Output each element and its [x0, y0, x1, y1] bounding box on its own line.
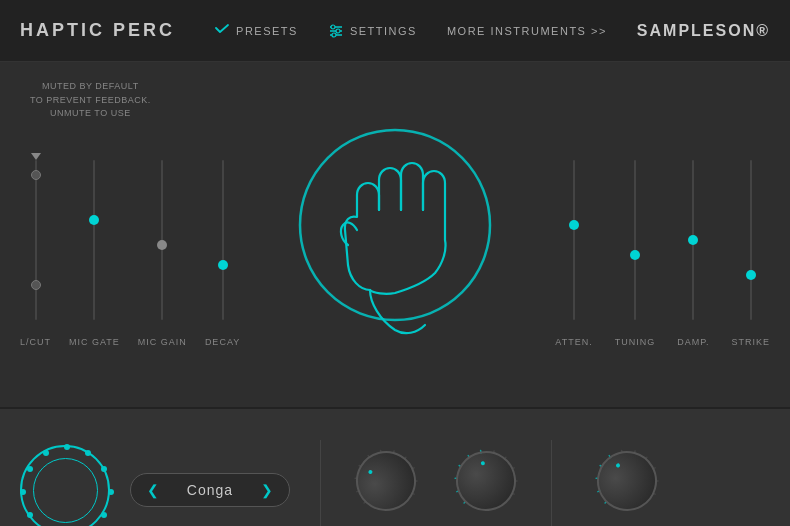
svg-point-4 — [336, 29, 340, 33]
app-title: HAPTIC PERC — [20, 20, 175, 41]
outgain-knob-group: OUT GAIN — [592, 446, 662, 526]
instrument-name: Conga — [169, 482, 251, 498]
svg-point-9 — [101, 466, 107, 472]
micgain-slider-group: MIC GAIN — [138, 155, 187, 347]
brand-logo: SAMPLESON® — [637, 22, 770, 40]
presets-nav-item[interactable]: PRESETS — [214, 24, 298, 38]
knobs-section: AMBIENT — [351, 446, 521, 526]
hand-svg — [285, 115, 505, 355]
width-knob-dot — [481, 461, 486, 466]
tuning-slider-group: TUNING — [615, 155, 656, 347]
svg-point-16 — [20, 489, 26, 495]
main-area: MUTED BY DEFAULT TO PREVENT FEEDBACK. UN… — [0, 62, 790, 407]
lcut-slider-group: L/CUT — [20, 155, 51, 347]
settings-icon — [328, 24, 344, 38]
muted-line1: MUTED BY DEFAULT — [42, 81, 139, 91]
decay-slider-group: DECAY — [205, 155, 240, 347]
outgain-knob-dot — [615, 463, 620, 468]
strike-slider[interactable] — [744, 155, 758, 325]
muted-line2: TO PREVENT FEEDBACK. — [30, 95, 151, 105]
micgain-label: MIC GAIN — [138, 337, 187, 347]
tuning-slider[interactable] — [628, 155, 642, 325]
svg-point-7 — [64, 444, 70, 450]
svg-point-3 — [331, 25, 335, 29]
more-instruments-label: MORE INSTRUMENTS >> — [447, 25, 607, 37]
divider-1 — [320, 440, 321, 526]
bottom-panel: ❮ Conga ❯ — [0, 407, 790, 526]
sliders-right: ATTEN. TUNING DAMP. — [540, 112, 770, 377]
svg-point-6 — [300, 130, 490, 320]
drum-dots-svg — [16, 441, 118, 526]
svg-point-8 — [85, 450, 91, 456]
micgate-slider-group: MIC GATE — [69, 155, 120, 347]
micgain-slider[interactable] — [155, 155, 169, 325]
ambient-knob-dot — [368, 469, 373, 474]
more-instruments-nav-item[interactable]: MORE INSTRUMENTS >> — [447, 25, 607, 37]
svg-point-15 — [27, 512, 33, 518]
header-nav: PRESETS SETTINGS MORE INSTRUMENTS >> — [214, 24, 607, 38]
lcut-slider[interactable] — [29, 155, 43, 325]
strike-slider-group: STRIKE — [731, 155, 770, 347]
width-knob-group: WIDTH — [451, 446, 521, 526]
tuning-label: TUNING — [615, 337, 656, 347]
next-instrument-button[interactable]: ❯ — [261, 482, 273, 498]
divider-2 — [551, 440, 552, 526]
outgain-knob-wrapper — [592, 446, 662, 516]
damp-slider[interactable] — [686, 155, 700, 325]
instrument-selector[interactable]: ❮ Conga ❯ — [130, 473, 290, 507]
sliders-left: L/CUT MIC GATE MIC GAIN — [20, 112, 250, 377]
atten-slider-group: ATTEN. — [555, 155, 592, 347]
ambient-knob-group: AMBIENT — [351, 446, 421, 526]
presets-icon — [214, 24, 230, 38]
decay-slider[interactable] — [216, 155, 230, 325]
svg-point-17 — [27, 466, 33, 472]
settings-label: SETTINGS — [350, 25, 417, 37]
atten-label: ATTEN. — [555, 337, 592, 347]
settings-nav-item[interactable]: SETTINGS — [328, 24, 417, 38]
atten-slider[interactable] — [567, 155, 581, 325]
svg-point-10 — [108, 489, 114, 495]
damp-label: DAMP. — [677, 337, 709, 347]
presets-label: PRESETS — [236, 25, 298, 37]
ambient-knob-wrapper — [351, 446, 421, 516]
svg-point-18 — [43, 450, 49, 456]
drum-pad[interactable] — [20, 445, 110, 526]
svg-point-5 — [332, 33, 336, 37]
header: HAPTIC PERC PRESETS SETTINGS MORE INSTRU… — [0, 0, 790, 62]
micgate-label: MIC GATE — [69, 337, 120, 347]
width-knob-wrapper — [451, 446, 521, 516]
strike-label: STRIKE — [731, 337, 770, 347]
lcut-label: L/CUT — [20, 337, 51, 347]
decay-label: DECAY — [205, 337, 240, 347]
hand-graphic — [285, 115, 505, 355]
svg-point-11 — [101, 512, 107, 518]
micgate-slider[interactable] — [87, 155, 101, 325]
prev-instrument-button[interactable]: ❮ — [147, 482, 159, 498]
damp-slider-group: DAMP. — [677, 155, 709, 347]
